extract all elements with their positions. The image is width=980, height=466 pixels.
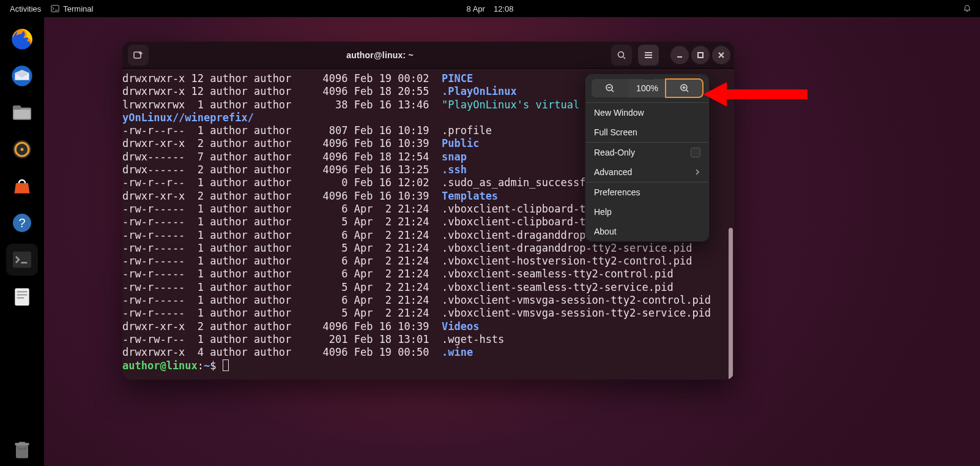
scrollbar-thumb[interactable] bbox=[729, 228, 733, 380]
active-app-indicator[interactable]: Terminal bbox=[51, 4, 93, 13]
zoom-level-label: 100% bbox=[629, 79, 666, 97]
dock-thunderbird[interactable] bbox=[6, 60, 38, 92]
dock-rhythmbox[interactable] bbox=[6, 133, 38, 165]
menu-advanced[interactable]: Advanced bbox=[585, 162, 709, 182]
top-bar: Activities Terminal 8 Apr 12:08 bbox=[0, 0, 980, 17]
menu-about[interactable]: About bbox=[585, 222, 709, 241]
dock-firefox[interactable] bbox=[6, 23, 38, 55]
menu-new-window[interactable]: New Window bbox=[585, 103, 709, 122]
dock-files[interactable] bbox=[6, 97, 38, 129]
notification-bell-icon[interactable] bbox=[963, 4, 971, 13]
svg-rect-13 bbox=[17, 291, 28, 293]
hamburger-menu-button[interactable] bbox=[638, 45, 659, 66]
svg-point-8 bbox=[21, 148, 24, 151]
titlebar: author@linux: ~ bbox=[122, 42, 734, 69]
svg-rect-14 bbox=[17, 295, 28, 296]
terminal-scrollbar[interactable] bbox=[728, 69, 733, 380]
activities-button[interactable]: Activities bbox=[0, 4, 51, 13]
clock-date[interactable]: 8 Apr bbox=[467, 4, 485, 13]
svg-rect-15 bbox=[17, 298, 24, 299]
hamburger-popover: 100% New Window Full Screen Read-Only Ad… bbox=[585, 73, 710, 242]
svg-text:?: ? bbox=[18, 216, 25, 230]
menu-preferences[interactable]: Preferences bbox=[585, 182, 709, 202]
zoom-out-button[interactable] bbox=[592, 79, 629, 97]
menu-read-only[interactable]: Read-Only bbox=[585, 143, 709, 162]
menu-full-screen[interactable]: Full Screen bbox=[585, 122, 709, 142]
maximize-button[interactable] bbox=[691, 46, 710, 64]
active-app-label: Terminal bbox=[63, 4, 93, 13]
svg-rect-0 bbox=[51, 6, 59, 12]
annotation-arrow bbox=[703, 80, 807, 109]
clock-time[interactable]: 12:08 bbox=[494, 4, 514, 13]
chevron-right-icon bbox=[694, 169, 700, 175]
dock-software[interactable] bbox=[6, 170, 38, 202]
svg-rect-5 bbox=[14, 110, 31, 119]
dock-trash[interactable] bbox=[6, 434, 38, 466]
zoom-in-icon bbox=[680, 83, 689, 93]
zoom-out-icon bbox=[605, 83, 615, 93]
menu-help[interactable]: Help bbox=[585, 202, 709, 222]
zoom-in-button[interactable] bbox=[666, 79, 703, 97]
svg-rect-12 bbox=[15, 288, 29, 306]
dock-terminal[interactable] bbox=[6, 244, 38, 276]
svg-rect-4 bbox=[13, 105, 21, 110]
window-title: author@linux: ~ bbox=[150, 50, 609, 60]
svg-point-21 bbox=[618, 51, 624, 57]
dock: ? bbox=[0, 17, 44, 466]
dock-help[interactable]: ? bbox=[6, 207, 38, 239]
svg-point-18 bbox=[18, 448, 20, 449]
svg-point-19 bbox=[24, 448, 26, 449]
svg-rect-16 bbox=[16, 445, 28, 459]
dock-texteditor[interactable] bbox=[6, 280, 38, 312]
minimize-button[interactable] bbox=[670, 46, 689, 64]
close-button[interactable] bbox=[712, 46, 730, 64]
read-only-checkbox[interactable] bbox=[691, 148, 700, 157]
svg-rect-11 bbox=[13, 252, 31, 268]
svg-rect-22 bbox=[698, 53, 703, 58]
new-tab-button[interactable] bbox=[128, 45, 149, 66]
search-button[interactable] bbox=[611, 45, 632, 66]
terminal-icon bbox=[51, 4, 59, 13]
zoom-row: 100% bbox=[585, 74, 709, 102]
